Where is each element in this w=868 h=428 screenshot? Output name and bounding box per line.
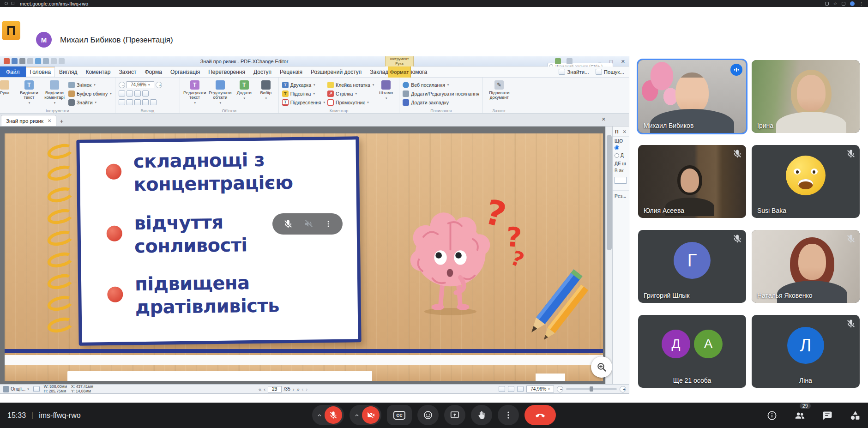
fit-visible-icon[interactable] [134,90,141,96]
page-layout-icon[interactable] [499,386,505,392]
underline-button[interactable]: TПідкреслення▾ [282,98,325,106]
vertical-scrollbar[interactable] [605,127,612,384]
edit-objects-button[interactable]: Редагувати об'єкти▾ [209,79,232,106]
browser-menu-icon[interactable]: ⋮ [859,1,863,6]
zoom-slider[interactable] [566,388,617,390]
menu-organize[interactable]: Організація [166,66,204,77]
overflow-participants-tile[interactable]: Д А Ще 21 особа [638,315,746,388]
reactions-button[interactable] [417,405,439,425]
full-screen-icon[interactable] [150,99,157,105]
redo-icon[interactable] [43,58,49,64]
participant-tile[interactable]: Ірина [752,60,860,133]
menu-form[interactable]: Форма [141,66,166,77]
print-icon[interactable] [19,58,25,64]
menu-access[interactable]: Доступ [249,66,276,77]
two-pages-icon[interactable] [134,99,141,105]
search-term-input[interactable] [615,177,627,184]
add-object-button[interactable]: T Додати▾ [234,79,254,101]
undo-icon[interactable] [35,58,41,64]
typewriter-button[interactable]: TДрукарка▾ [282,81,325,89]
select-comments-button[interactable]: Виділити коментарі▾ [43,79,66,106]
search-scope-radio[interactable]: Д [613,151,629,159]
add-bookmark-button[interactable]: Додати закладку [403,98,479,106]
search-scope-radio[interactable] [613,144,629,151]
stamp-button[interactable]: Штамп▾ [376,79,396,101]
status-zoom-in-button[interactable]: + [620,386,626,392]
zoom-slider-thumb[interactable] [590,386,593,392]
fit-width-icon[interactable] [127,90,133,96]
save-address-icon[interactable] [825,2,829,6]
actual-size-icon[interactable] [142,90,149,96]
profile-avatar[interactable] [850,1,855,6]
web-link-button[interactable]: Веб посилання▾ [403,81,479,89]
select-object-button[interactable]: Вибір▾ [257,79,275,101]
maximize-button[interactable]: □ [609,59,613,64]
history-back-icon[interactable] [51,58,57,64]
search-menu-item[interactable]: Пошук... [596,69,624,75]
presentation-audio-overlay[interactable] [272,213,343,235]
participant-tile[interactable]: Наталья Яковенко [752,230,860,303]
browser-address-bar[interactable]: meet.google.com/ims-ffwq-rwo ☆ ⋮ [0,0,868,7]
reading-mode-icon[interactable] [508,386,514,392]
previous-page-icon[interactable]: ‹ [264,386,265,392]
zoom-in-button[interactable]: + [156,82,162,88]
history-forward-icon[interactable] [59,58,65,64]
url-text[interactable]: meet.google.com/ims-ffwq-rwo [20,1,88,6]
menu-review[interactable]: Рецензія [276,66,307,77]
camera-button[interactable] [350,405,381,425]
clipboard-button[interactable]: Буфер обміну▾ [68,90,112,97]
pdf-document-area[interactable]: складнощі з концентрацією відчуття сонли… [0,127,612,384]
close-pane-icon[interactable]: ✕ [602,116,606,122]
fullscreen-icon[interactable] [517,386,524,392]
scrollbar-thumb[interactable] [607,135,612,250]
raise-hand-button[interactable] [471,405,492,425]
menu-comment[interactable]: Коментар [81,66,115,77]
zoom-level-field[interactable]: 74,96%▾ [127,81,154,88]
participant-tile[interactable]: Susi Baka [752,145,860,218]
panel-close-icon[interactable]: ✕ [622,129,627,134]
zoom-out-button[interactable]: − [119,82,125,88]
more-options-button[interactable] [498,405,519,425]
find-button[interactable]: Знайти▾ [68,98,112,106]
find-menu-item[interactable]: Знайти... [559,69,589,75]
view-mode-icon[interactable] [555,58,561,64]
page-number-input[interactable] [268,386,282,392]
last-page-icon[interactable]: » [296,386,299,392]
arrow-button[interactable]: ↗Стрілка▾ [327,90,374,97]
overlay-more-icon[interactable] [324,220,332,228]
options-button[interactable]: Опції...▾ [3,386,29,392]
rectangle-button[interactable]: Прямокутник▾ [327,98,374,106]
menu-home[interactable]: Головна [26,66,55,77]
snapshot-button[interactable]: Знімок▾ [68,81,112,89]
mic-button[interactable] [312,405,344,425]
zoom-presentation-button[interactable] [591,356,612,378]
activities-button[interactable] [850,410,861,421]
end-call-button[interactable] [524,405,556,425]
menu-file[interactable]: Файл [0,66,26,77]
mic-options-chevron-icon[interactable] [316,411,323,419]
status-zoom-out-button[interactable]: − [557,386,563,392]
select-text-button[interactable]: T Виділити текст▾ [18,79,41,106]
menu-view[interactable]: Вигляд [55,66,81,77]
save-icon[interactable] [12,58,18,64]
continuous-icon[interactable] [127,99,133,105]
layout-icon[interactable] [567,58,573,64]
chat-button[interactable] [822,410,833,421]
hand-tool-button[interactable]: Рука [0,79,15,96]
shared-screen-pdf-editor[interactable]: Знай про ризик - PDF-XChange Editor Інст… [0,56,629,393]
minimize-button[interactable]: – [598,59,601,64]
extensions-icon[interactable] [842,2,845,6]
participant-tile[interactable]: Л Ліна [752,315,860,388]
meeting-details-button[interactable] [766,410,778,421]
next-view-icon[interactable]: › [306,386,307,392]
status-zoom-field[interactable]: 74,96%▾ [526,386,554,392]
close-button[interactable]: ✕ [621,59,625,65]
format-context-tab[interactable]: Формат [388,66,411,78]
previous-view-icon[interactable]: ‹ [302,386,304,392]
bookmark-star-icon[interactable]: ☆ [833,1,837,6]
participants-button[interactable]: 29 [794,410,805,421]
highlight-button[interactable]: TПідсвітка▾ [282,90,325,97]
participant-tile[interactable]: Михаил Бибиков [638,60,746,133]
menu-advanced-access[interactable]: Розширений доступ [307,66,366,77]
sticky-note-button[interactable]: Клейка нотатка▾ [327,81,374,89]
